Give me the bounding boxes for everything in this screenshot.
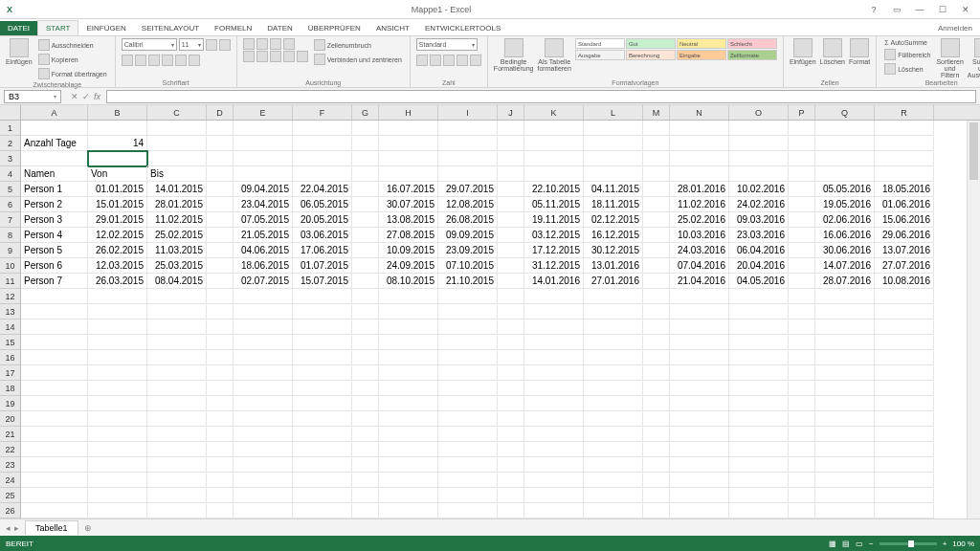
cell[interactable] xyxy=(207,243,234,258)
cell[interactable]: 30.06.2016 xyxy=(815,243,875,258)
cell[interactable] xyxy=(815,442,875,457)
cell[interactable] xyxy=(293,289,352,304)
cell[interactable] xyxy=(729,381,789,396)
cell[interactable]: 01.01.2015 xyxy=(88,182,147,197)
cell[interactable]: 10.08.2016 xyxy=(875,274,934,289)
cell[interactable] xyxy=(207,212,234,228)
cell[interactable] xyxy=(524,427,584,442)
cell[interactable] xyxy=(729,396,789,411)
cell[interactable] xyxy=(498,197,524,212)
cell[interactable] xyxy=(234,442,293,457)
fx-icon[interactable]: fx xyxy=(94,92,100,101)
cell[interactable] xyxy=(207,396,234,411)
cell[interactable] xyxy=(379,442,438,457)
cell[interactable] xyxy=(147,350,207,365)
cell[interactable]: 29.07.2015 xyxy=(438,182,498,197)
percent-icon[interactable] xyxy=(430,55,441,66)
cell[interactable] xyxy=(438,320,498,335)
cell[interactable] xyxy=(498,274,524,289)
cell[interactable] xyxy=(815,411,875,427)
cell-style-option[interactable]: Zellformate xyxy=(727,50,777,60)
currency-icon[interactable] xyxy=(416,55,428,66)
cell[interactable]: Person 3 xyxy=(21,212,88,228)
cell[interactable] xyxy=(815,136,875,151)
cell[interactable]: 15.06.2016 xyxy=(875,212,934,228)
cell[interactable] xyxy=(729,304,789,320)
cell[interactable] xyxy=(438,304,498,320)
column-header[interactable]: R xyxy=(875,105,934,120)
cell[interactable] xyxy=(729,166,789,182)
cell[interactable]: 03.06.2015 xyxy=(293,228,352,243)
cell[interactable]: 08.04.2015 xyxy=(147,274,207,289)
cell[interactable] xyxy=(379,427,438,442)
cell[interactable] xyxy=(207,473,234,488)
cell[interactable] xyxy=(643,258,670,274)
copy-button[interactable]: Kopieren xyxy=(36,53,109,66)
cell[interactable] xyxy=(875,335,934,350)
cell[interactable] xyxy=(379,136,438,151)
cell[interactable] xyxy=(729,427,789,442)
cell[interactable] xyxy=(88,503,147,518)
cell[interactable]: 01.06.2016 xyxy=(875,197,934,212)
row-header[interactable]: 5 xyxy=(0,182,21,197)
add-sheet-button[interactable]: ⊕ xyxy=(78,521,98,535)
cell[interactable] xyxy=(729,503,789,518)
cell[interactable] xyxy=(207,320,234,335)
cell[interactable]: Person 1 xyxy=(21,182,88,197)
row-header[interactable]: 8 xyxy=(0,228,21,243)
cell[interactable] xyxy=(670,151,729,166)
cell[interactable] xyxy=(789,473,815,488)
cell[interactable]: 21.05.2015 xyxy=(234,228,293,243)
cell[interactable]: 12.08.2015 xyxy=(438,197,498,212)
cell[interactable]: 14.01.2016 xyxy=(524,274,584,289)
cell[interactable] xyxy=(234,396,293,411)
cell[interactable] xyxy=(670,411,729,427)
cell[interactable] xyxy=(584,442,643,457)
cell[interactable] xyxy=(438,350,498,365)
cell[interactable] xyxy=(234,151,293,166)
vertical-scrollbar[interactable] xyxy=(967,121,980,518)
cell[interactable] xyxy=(207,335,234,350)
row-header[interactable]: 2 xyxy=(0,136,21,151)
cell[interactable] xyxy=(438,365,498,381)
cell[interactable] xyxy=(498,289,524,304)
cell[interactable]: 18.05.2016 xyxy=(875,182,934,197)
cell[interactable] xyxy=(670,136,729,151)
cell[interactable] xyxy=(789,381,815,396)
cell[interactable]: 08.10.2015 xyxy=(379,274,438,289)
cell[interactable] xyxy=(438,396,498,411)
row-header[interactable]: 17 xyxy=(0,365,21,381)
cell[interactable] xyxy=(498,121,524,136)
cell[interactable] xyxy=(207,274,234,289)
cell[interactable]: 27.08.2015 xyxy=(379,228,438,243)
row-header[interactable]: 4 xyxy=(0,166,21,182)
cell[interactable] xyxy=(498,335,524,350)
cell[interactable] xyxy=(293,442,352,457)
cell[interactable] xyxy=(789,274,815,289)
cell[interactable] xyxy=(207,488,234,503)
cell[interactable] xyxy=(584,396,643,411)
cell[interactable] xyxy=(438,503,498,518)
ribbon-tab-formeln[interactable]: FORMELN xyxy=(207,21,259,35)
normal-view-icon[interactable]: ▦ xyxy=(829,540,836,548)
cell[interactable] xyxy=(875,488,934,503)
cell[interactable] xyxy=(207,350,234,365)
cell[interactable]: 04.11.2015 xyxy=(584,182,643,197)
help-icon[interactable]: ? xyxy=(863,2,884,17)
cell[interactable] xyxy=(875,365,934,381)
cell[interactable] xyxy=(207,381,234,396)
cell-style-option[interactable]: Standard xyxy=(575,38,625,49)
cell-style-option[interactable]: Schlecht xyxy=(727,38,777,49)
number-format-dropdown[interactable]: Standard▾ xyxy=(416,38,478,51)
cell[interactable] xyxy=(875,503,934,518)
cell[interactable] xyxy=(815,473,875,488)
column-header[interactable]: P xyxy=(789,105,815,120)
cell[interactable] xyxy=(293,151,352,166)
cell[interactable] xyxy=(670,289,729,304)
cell[interactable] xyxy=(88,457,147,473)
cell[interactable]: 21.10.2015 xyxy=(438,274,498,289)
cut-button[interactable]: Ausschneiden xyxy=(36,38,109,52)
column-header[interactable]: A xyxy=(21,105,88,120)
cell[interactable] xyxy=(293,365,352,381)
row-header[interactable]: 19 xyxy=(0,396,21,411)
